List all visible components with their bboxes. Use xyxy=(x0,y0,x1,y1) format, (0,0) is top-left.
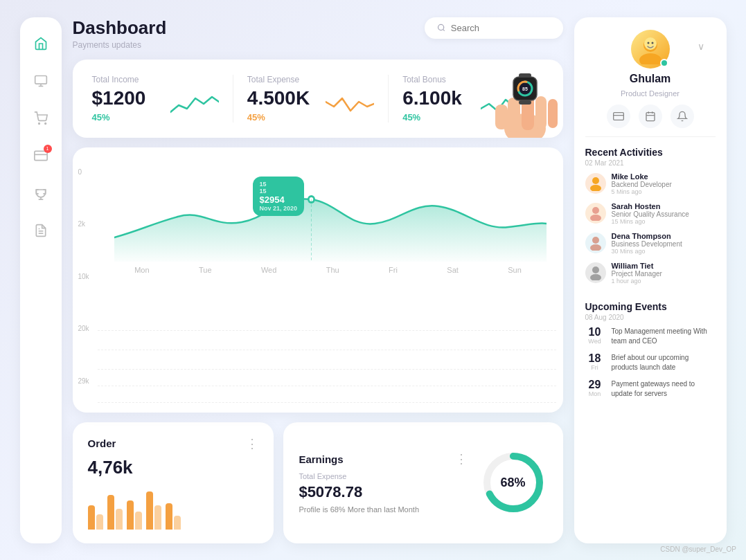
activities-title: Recent Activities xyxy=(585,147,716,158)
chart-tooltip: 15 $2954 Nov 21, 2020 xyxy=(253,177,305,216)
bar xyxy=(174,516,181,530)
activity-info: William Tiet Project Manager 1 hour ago xyxy=(612,262,716,284)
activity-info: Mike Loke Backend Developer 5 Mins ago xyxy=(612,172,716,195)
page-subtitle: Payments updates xyxy=(73,40,167,50)
bar-group-1 xyxy=(88,505,103,530)
svg-point-46 xyxy=(592,237,599,244)
header: Dashboard Payments updates xyxy=(73,17,563,50)
stat-income: Total Income $1200 45% xyxy=(92,75,233,123)
right-panel: ∨ Ghulam Product Designer xyxy=(574,17,727,543)
notification-badge: 1 xyxy=(44,145,52,153)
online-status xyxy=(660,59,668,67)
grid-line xyxy=(98,369,556,370)
page-title: Dashboard xyxy=(73,17,167,39)
activity-item-2: Sarah Hosten Senior Quality Assurance 15… xyxy=(585,202,716,225)
svg-point-3 xyxy=(38,123,39,124)
svg-point-11 xyxy=(438,24,443,30)
svg-point-32 xyxy=(639,53,661,64)
sidebar-item-trophy[interactable] xyxy=(28,181,53,206)
sidebar-item-monitor[interactable] xyxy=(28,69,53,93)
watermark: CSDN @super_Dev_OP xyxy=(660,545,736,553)
earnings-sub: Total Expense xyxy=(299,472,467,480)
search-bar[interactable] xyxy=(425,17,563,39)
grid-line xyxy=(98,330,556,331)
bonus-sparkline xyxy=(481,91,529,119)
sidebar-item-home[interactable] xyxy=(28,31,53,56)
activity-item-3: Dena Thompson Business Development 30 Mi… xyxy=(585,232,716,255)
bar xyxy=(107,495,114,530)
svg-point-43 xyxy=(590,185,601,191)
svg-point-45 xyxy=(590,215,601,221)
stats-card: Total Income $1200 45% Total Expense xyxy=(73,60,563,138)
bar xyxy=(88,505,95,530)
notification-button[interactable] xyxy=(670,105,694,128)
order-menu[interactable]: ⋮ xyxy=(246,436,258,451)
activity-info: Dena Thompson Business Development 30 Mi… xyxy=(612,232,716,255)
sidebar-item-shopping[interactable] xyxy=(28,106,53,131)
order-title: Order xyxy=(88,437,116,449)
chart-card: 15 $2954 Nov 21, 2020 29k 20k 10k 2k 0 xyxy=(73,147,563,413)
sidebar-item-cards[interactable]: 1 xyxy=(28,143,53,168)
bar xyxy=(127,500,134,530)
svg-rect-38 xyxy=(646,112,655,120)
svg-point-35 xyxy=(651,42,653,44)
earnings-menu[interactable]: ⋮ xyxy=(455,451,468,467)
events-title: Upcoming Events xyxy=(585,301,716,312)
avatar-wrap xyxy=(631,30,670,69)
dropdown-icon[interactable]: ∨ xyxy=(698,41,704,52)
event-date-box: 29 Mon xyxy=(585,379,605,397)
income-sparkline xyxy=(170,91,219,119)
order-value: 4,76k xyxy=(88,457,259,478)
svg-rect-36 xyxy=(613,112,623,120)
svg-line-12 xyxy=(443,29,444,30)
activity-info: Sarah Hosten Senior Quality Assurance 15… xyxy=(612,202,716,225)
tooltip-amount: $2954 xyxy=(260,195,298,205)
wallet-button[interactable] xyxy=(607,105,630,128)
activities-date: 02 Mar 2021 xyxy=(585,159,716,167)
svg-point-4 xyxy=(44,123,46,124)
main-content: Dashboard Payments updates Total Income … xyxy=(73,17,563,543)
header-title: Dashboard Payments updates xyxy=(73,17,167,50)
bar-group-5 xyxy=(166,503,181,530)
profile-role: Product Designer xyxy=(621,89,680,98)
activity-item-4: William Tiet Project Manager 1 hour ago xyxy=(585,262,716,284)
grid-line xyxy=(98,402,556,403)
events-date: 08 Aug 2020 xyxy=(585,314,716,321)
bottom-row: Order ⋮ 4,76k xyxy=(73,422,563,543)
svg-point-49 xyxy=(590,274,601,280)
earnings-value: $5078.78 xyxy=(299,483,467,501)
svg-point-48 xyxy=(592,267,599,273)
chart-x-axis: Mon Tue Wed Thu Fri Sat Sun xyxy=(89,262,547,274)
expense-sparkline xyxy=(326,91,374,119)
svg-point-42 xyxy=(592,177,599,184)
earnings-title: Earnings xyxy=(299,453,343,465)
grid-line xyxy=(98,350,556,350)
event-date-box: 18 Fri xyxy=(585,353,605,371)
stat-bonus: Total Bonus 6.100k 45% xyxy=(388,75,543,123)
activity-avatar xyxy=(585,262,606,283)
y-axis: 29k 20k 10k 2k 0 xyxy=(78,168,89,385)
bar xyxy=(166,503,172,530)
svg-point-34 xyxy=(647,42,649,44)
calendar-button[interactable] xyxy=(639,105,662,128)
bar xyxy=(116,509,123,530)
svg-rect-0 xyxy=(35,75,46,84)
donut-label: 68% xyxy=(500,476,525,490)
donut-chart: 68% xyxy=(479,448,548,517)
bar-group-4 xyxy=(146,491,161,530)
earnings-desc: Profile is 68% More than last Month xyxy=(299,505,467,514)
event-date-box: 10 Wed xyxy=(585,327,605,345)
search-input[interactable] xyxy=(451,23,551,33)
event-item-1: 10 Wed Top Management meeting With team … xyxy=(585,327,716,346)
sidebar-item-notes[interactable] xyxy=(28,218,53,243)
activity-avatar xyxy=(585,233,606,253)
svg-point-44 xyxy=(592,207,599,214)
area-chart xyxy=(114,161,547,262)
event-item-3: 29 Mon Payment gateways need to update f… xyxy=(585,379,716,399)
svg-point-47 xyxy=(590,244,601,251)
stat-expense: Total Expense 4.500K 45% xyxy=(233,75,388,123)
bar xyxy=(135,512,142,530)
recent-activities: Recent Activities 02 Mar 2021 Mike Loke … xyxy=(585,147,716,291)
profile-section: ∨ Ghulam Product Designer xyxy=(585,30,716,137)
bar xyxy=(146,491,153,530)
